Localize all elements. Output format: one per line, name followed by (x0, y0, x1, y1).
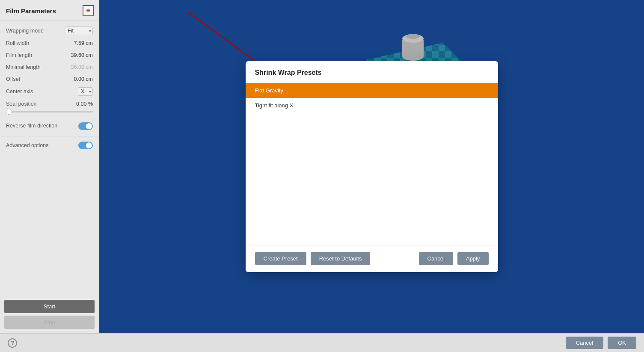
seal-position-slider[interactable] (6, 111, 93, 112)
param-row-wrapping-mode: Wrapping mode Fit Wrap Stretch (0, 24, 99, 37)
offset-value: 0.00 cm (74, 76, 93, 82)
bottom-left: ? (8, 338, 17, 348)
reverse-direction-label-block: Reverse film direction (6, 122, 57, 130)
param-row-minimal-length: Minimal length 36.00 cm (0, 61, 99, 73)
preset-button[interactable]: ≡ (83, 5, 94, 16)
roll-width-label: Roll width (6, 40, 29, 46)
preset-item-flat-gravity-label: Flat Gravity (255, 87, 283, 94)
roll-width-value: 7.59 cm (74, 40, 93, 46)
advanced-options-row: Advanced options (0, 139, 99, 152)
modal-list-empty-area (246, 113, 498, 241)
minimal-length-value: 36.00 cm (71, 64, 93, 70)
seal-position-label: Seal position (6, 101, 37, 107)
param-row-roll-width: Roll width 7.59 cm (0, 37, 99, 49)
minimal-length-label: Minimal length (6, 64, 41, 70)
start-button[interactable]: Start (4, 300, 95, 313)
param-row-film-length: Film length 39.60 cm (0, 49, 99, 61)
advanced-options-label: Advanced options (6, 142, 48, 148)
reverse-direction-section: Reverse film direction (0, 120, 99, 133)
cancel-button[interactable]: Cancel (566, 337, 603, 349)
divider-2 (0, 136, 99, 136)
reset-to-defaults-button[interactable]: Reset to Defaults (311, 252, 371, 265)
reverse-direction-label: Reverse film direction (6, 122, 57, 130)
modal-overlay: Shrink Wrap Presets Flat Gravity Tight f… (99, 0, 644, 333)
param-row-seal-position: Seal position 0.00 % (0, 98, 99, 110)
bottom-right: Cancel OK (566, 337, 636, 349)
modal-footer-left: Create Preset Reset to Defaults (255, 252, 371, 265)
reverse-direction-toggle[interactable] (78, 122, 93, 130)
advanced-options-toggle[interactable] (78, 142, 93, 149)
ok-button[interactable]: OK (608, 337, 636, 349)
preset-item-tight-fit[interactable]: Tight fit along X (246, 98, 498, 113)
center-axis-select[interactable]: X Y Z (78, 87, 93, 96)
param-row-offset: Offset 0.00 cm (0, 73, 99, 85)
modal-apply-button[interactable]: Apply (457, 252, 489, 265)
modal-cancel-button[interactable]: Cancel (419, 252, 453, 265)
panel-footer: Start Stop (0, 296, 99, 333)
offset-label: Offset (6, 76, 20, 82)
wrapping-mode-select[interactable]: Fit Wrap Stretch (65, 27, 93, 35)
viewport[interactable]: Shrink Wrap Presets Flat Gravity Tight f… (99, 0, 644, 333)
param-row-center-axis: Center axis X Y Z (0, 85, 99, 98)
preset-icon: ≡ (86, 7, 90, 15)
modal-preset-list: Flat Gravity Tight fit along X (246, 83, 498, 241)
panel-header: Film Parameters ≡ (0, 0, 99, 21)
wrapping-mode-label: Wrapping mode (6, 28, 44, 34)
preset-item-tight-fit-label: Tight fit along X (255, 102, 294, 109)
panel-title: Film Parameters (6, 7, 56, 15)
param-rows: Wrapping mode Fit Wrap Stretch Roll widt… (0, 21, 99, 296)
reverse-direction-row: Reverse film direction (6, 122, 93, 130)
center-axis-select-wrapper: X Y Z (78, 87, 93, 96)
modal-title: Shrink Wrap Presets (255, 69, 322, 76)
left-panel: Film Parameters ≡ Wrapping mode Fit Wrap… (0, 0, 99, 333)
create-preset-button[interactable]: Create Preset (255, 252, 306, 265)
modal-footer-right: Cancel Apply (419, 252, 489, 265)
modal-header: Shrink Wrap Presets (246, 61, 498, 83)
help-button[interactable]: ? (8, 338, 17, 348)
divider-1 (0, 117, 99, 117)
film-length-value: 39.60 cm (71, 52, 93, 58)
bottom-bar: ? Cancel OK (0, 333, 644, 352)
film-length-label: Film length (6, 52, 32, 58)
seal-position-value: 0.00 % (76, 101, 93, 107)
help-icon-label: ? (11, 340, 14, 346)
modal-footer: Create Preset Reset to Defaults Cancel A… (246, 246, 498, 272)
center-axis-label: Center axis (6, 89, 33, 95)
wrapping-mode-select-wrapper: Fit Wrap Stretch (65, 27, 93, 35)
slider-thumb[interactable] (6, 109, 12, 115)
stop-button: Stop (4, 316, 95, 329)
preset-item-flat-gravity[interactable]: Flat Gravity (246, 83, 498, 98)
modal-dialog: Shrink Wrap Presets Flat Gravity Tight f… (246, 61, 498, 272)
seal-position-slider-row (0, 110, 99, 114)
